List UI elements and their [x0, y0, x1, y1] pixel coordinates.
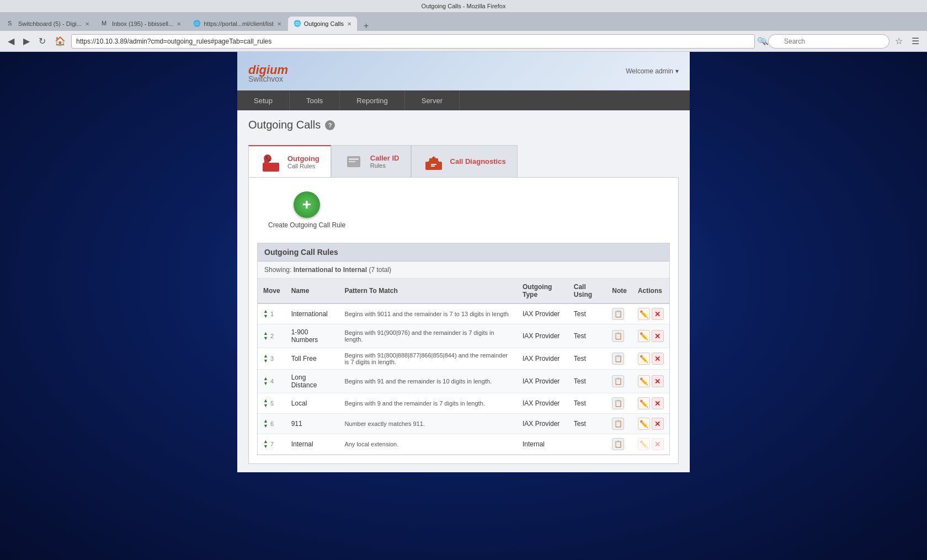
svg-rect-2 [263, 163, 279, 172]
edit-button-2[interactable]: ✏️ [638, 330, 650, 342]
delete-button-6[interactable]: ✕ [652, 418, 664, 430]
note-button-6[interactable]: 📋 [612, 418, 624, 430]
move-arrows-7[interactable]: ▲ ▼ [263, 439, 268, 449]
callerid-tab-text: Caller ID Rules [370, 154, 399, 169]
tab-diagnostics[interactable]: Call Diagnostics [411, 145, 518, 177]
refresh-button[interactable]: ↻ [35, 35, 49, 47]
call-using-cell-2: Test [568, 324, 607, 348]
showing-count: (7 total) [369, 266, 391, 274]
tab-3-close[interactable]: ✕ [277, 21, 281, 27]
name-cell-1: International [286, 303, 339, 324]
delete-icon: ✕ [654, 420, 660, 428]
tab-callerid[interactable]: Caller ID Rules [331, 145, 411, 177]
move-arrows-6[interactable]: ▲ ▼ [263, 419, 268, 429]
edit-button-1[interactable]: ✏️ [638, 308, 650, 320]
tab-4-close[interactable]: ✕ [347, 21, 351, 27]
note-cell-1: 📋 [606, 303, 632, 324]
delete-button-2[interactable]: ✕ [652, 330, 664, 342]
edit-button-4[interactable]: ✏️ [638, 375, 650, 387]
call-using-cell-4: Test [568, 370, 607, 393]
tab-2[interactable]: M Inbox (195) - bbissell... ✕ [96, 17, 187, 31]
rules-section: Outgoing Call Rules Showing: Internation… [257, 243, 670, 455]
edit-button-3[interactable]: ✏️ [638, 353, 650, 365]
delete-icon: ✕ [654, 399, 660, 408]
delete-button-1[interactable]: ✕ [652, 308, 664, 320]
note-icon: 📋 [614, 377, 622, 385]
tab-4[interactable]: 🌐 Outgoing Calls ✕ [288, 17, 357, 31]
table-header-row: Move Name Pattern To Match Outgoing Type… [258, 279, 669, 303]
table-row: ▲ ▼ 7 InternalAny local extension.Intern… [258, 434, 669, 455]
tab-2-label: Inbox (195) - bbissell... [112, 20, 173, 27]
note-button-5[interactable]: 📋 [612, 397, 624, 409]
back-button[interactable]: ◀ [4, 35, 18, 47]
call-using-cell-3: Test [568, 348, 607, 370]
svg-text:Switchvox: Switchvox [248, 74, 283, 83]
move-arrows-2[interactable]: ▲ ▼ [263, 331, 268, 341]
move-arrows-5[interactable]: ▲ ▼ [263, 398, 268, 408]
new-tab-button[interactable]: + [360, 21, 372, 31]
move-arrows-1[interactable]: ▲ ▼ [263, 309, 268, 319]
name-cell-5: Local [286, 393, 339, 414]
forward-button[interactable]: ▶ [20, 35, 33, 47]
name-cell-6: 911 [286, 414, 339, 434]
tab-1-label: Switchboard (5) - Digi... [18, 20, 82, 27]
note-button-3[interactable]: 📋 [612, 353, 624, 365]
outgoing-type-cell-6: IAX Provider [517, 414, 568, 434]
edit-button-5[interactable]: ✏️ [638, 397, 650, 409]
note-button-1[interactable]: 📋 [612, 308, 624, 320]
note-cell-4: 📋 [606, 370, 632, 393]
tab-4-label: Outgoing Calls [304, 20, 344, 27]
tab-3[interactable]: 🌐 https://portal...ml/client/list ✕ [188, 17, 287, 31]
svg-text:📞: 📞 [265, 156, 271, 161]
nav-server[interactable]: Server [405, 90, 460, 110]
note-cell-3: 📋 [606, 348, 632, 370]
page-content: Outgoing Calls ? 📞 Outgoing Call [237, 110, 690, 472]
actions-cell-4: ✏️ ✕ [632, 370, 669, 393]
browser-chrome: Outgoing Calls - Mozilla Firefox S Switc… [0, 0, 927, 52]
outgoing-tab-text: Outgoing Call Rules [287, 154, 319, 169]
edit-icon: ✏️ [640, 355, 648, 363]
delete-button-7: ✕ [652, 438, 664, 450]
help-icon[interactable]: ? [325, 120, 335, 130]
row-number-4: 4 [270, 378, 274, 385]
diagnostics-tab-text: Call Diagnostics [450, 157, 506, 166]
tab-2-close[interactable]: ✕ [177, 21, 181, 27]
row-number-1: 1 [270, 311, 274, 317]
col-outgoing-type: Outgoing Type [517, 279, 568, 303]
table-row: ▲ ▼ 2 1-900 NumbersBegins with 91(900|97… [258, 324, 669, 348]
search-input[interactable] [768, 34, 889, 49]
edit-button-7: ✏️ [638, 438, 650, 450]
col-call-using: Call Using [568, 279, 607, 303]
rules-showing: Showing: International to Internal (7 to… [258, 262, 669, 279]
note-button-2[interactable]: 📋 [612, 330, 624, 342]
delete-button-3[interactable]: ✕ [652, 353, 664, 365]
nav-tools[interactable]: Tools [290, 90, 340, 110]
showing-prefix: Showing: [264, 266, 291, 274]
home-button[interactable]: 🏠 [51, 35, 69, 47]
rules-table-body: ▲ ▼ 1 InternationalBegins with 9011 and … [258, 303, 669, 455]
move-arrows-3[interactable]: ▲ ▼ [263, 354, 268, 364]
move-arrows-4[interactable]: ▲ ▼ [263, 376, 268, 386]
name-cell-2: 1-900 Numbers [286, 324, 339, 348]
tab-1[interactable]: S Switchboard (5) - Digi... ✕ [2, 17, 95, 31]
pattern-cell-1: Begins with 9011 and the remainder is 7 … [339, 303, 517, 324]
nav-reporting[interactable]: Reporting [340, 90, 404, 110]
note-button-7[interactable]: 📋 [612, 438, 624, 450]
delete-icon: ✕ [654, 355, 660, 363]
tab-1-close[interactable]: ✕ [85, 21, 89, 27]
create-button-area[interactable]: + Create Outgoing Call Rule [257, 186, 356, 234]
call-using-cell-1: Test [568, 303, 607, 324]
address-bar[interactable] [71, 34, 755, 49]
note-button-4[interactable]: 📋 [612, 375, 624, 387]
bookmark-button[interactable]: ☆ [892, 35, 906, 47]
edit-button-6[interactable]: ✏️ [638, 418, 650, 430]
delete-button-4[interactable]: ✕ [652, 375, 664, 387]
welcome-dropdown-icon[interactable]: ▾ [675, 67, 679, 75]
move-cell-7: ▲ ▼ 7 [258, 434, 286, 455]
actions-cell-5: ✏️ ✕ [632, 393, 669, 414]
delete-button-5[interactable]: ✕ [652, 397, 664, 409]
nav-setup[interactable]: Setup [237, 90, 290, 110]
tab-outgoing[interactable]: 📞 Outgoing Call Rules [248, 145, 331, 177]
digium-logo: digium Switchvox [248, 58, 315, 83]
menu-button[interactable]: ☰ [908, 35, 923, 47]
